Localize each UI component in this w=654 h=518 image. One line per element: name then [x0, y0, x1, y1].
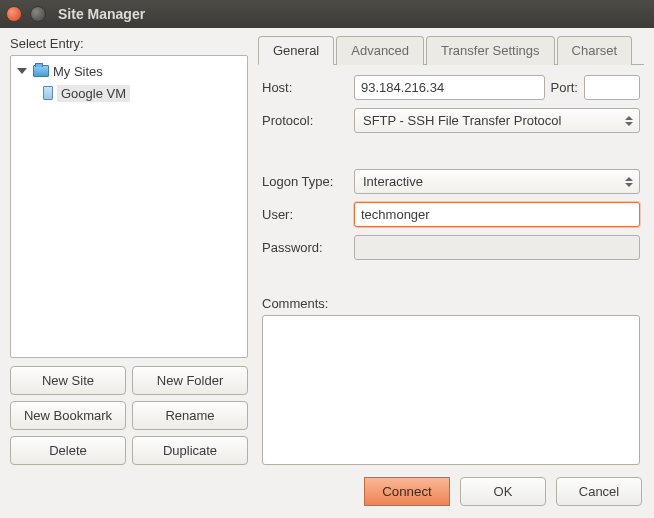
protocol-value: SFTP - SSH File Transfer Protocol — [363, 113, 623, 128]
new-folder-button[interactable]: New Folder — [132, 366, 248, 395]
cancel-button[interactable]: Cancel — [556, 477, 642, 506]
titlebar: Site Manager — [0, 0, 654, 28]
host-label: Host: — [262, 80, 348, 95]
delete-button[interactable]: Delete — [10, 436, 126, 465]
dropdown-arrows-icon — [623, 177, 635, 187]
folder-icon — [33, 65, 49, 77]
new-site-button[interactable]: New Site — [10, 366, 126, 395]
ok-button[interactable]: OK — [460, 477, 546, 506]
comments-label: Comments: — [262, 296, 640, 311]
new-bookmark-button[interactable]: New Bookmark — [10, 401, 126, 430]
logon-type-value: Interactive — [363, 174, 623, 189]
tab-bar: General Advanced Transfer Settings Chars… — [258, 36, 644, 65]
site-tree[interactable]: My Sites Google VM — [10, 55, 248, 358]
expander-icon[interactable] — [17, 68, 27, 74]
tab-charset[interactable]: Charset — [557, 36, 633, 65]
dialog-button-bar: Connect OK Cancel — [10, 465, 644, 508]
host-input[interactable] — [354, 75, 545, 100]
user-label: User: — [262, 207, 348, 222]
rename-button[interactable]: Rename — [132, 401, 248, 430]
tree-site-item[interactable]: Google VM — [13, 82, 245, 104]
tree-site-label: Google VM — [57, 85, 130, 102]
tree-root-label: My Sites — [53, 64, 103, 79]
general-panel: Host: Port: Protocol: SFTP - SSH File Tr… — [258, 65, 644, 465]
port-label: Port: — [551, 80, 578, 95]
logon-type-label: Logon Type: — [262, 174, 348, 189]
protocol-select[interactable]: SFTP - SSH File Transfer Protocol — [354, 108, 640, 133]
window-close-icon[interactable] — [6, 6, 22, 22]
tab-general[interactable]: General — [258, 36, 334, 65]
duplicate-button[interactable]: Duplicate — [132, 436, 248, 465]
dropdown-arrows-icon — [623, 116, 635, 126]
protocol-label: Protocol: — [262, 113, 348, 128]
password-input — [354, 235, 640, 260]
tab-advanced[interactable]: Advanced — [336, 36, 424, 65]
select-entry-label: Select Entry: — [10, 36, 248, 51]
window-minimize-icon[interactable] — [30, 6, 46, 22]
user-input[interactable] — [354, 202, 640, 227]
logon-type-select[interactable]: Interactive — [354, 169, 640, 194]
window-title: Site Manager — [58, 6, 145, 22]
port-input[interactable] — [584, 75, 640, 100]
tree-root[interactable]: My Sites — [13, 60, 245, 82]
server-icon — [43, 86, 53, 100]
tab-transfer-settings[interactable]: Transfer Settings — [426, 36, 555, 65]
password-label: Password: — [262, 240, 348, 255]
connect-button[interactable]: Connect — [364, 477, 450, 506]
comments-textarea[interactable] — [262, 315, 640, 465]
